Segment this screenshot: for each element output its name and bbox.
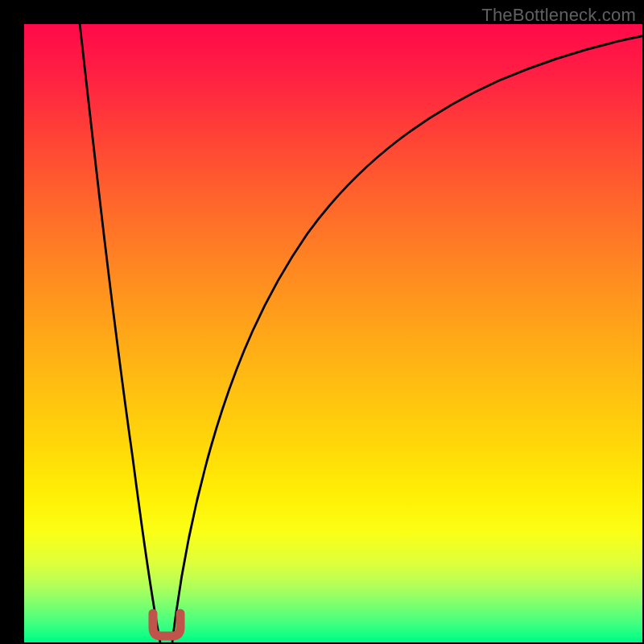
curve-left-branch [79, 24, 160, 642]
watermark-text: TheBottleneck.com [481, 5, 636, 26]
curve-right-branch [172, 35, 642, 642]
curve-layer [24, 24, 642, 642]
plot-area [24, 24, 642, 642]
optimal-marker [153, 613, 180, 636]
chart-container: TheBottleneck.com [0, 0, 644, 644]
